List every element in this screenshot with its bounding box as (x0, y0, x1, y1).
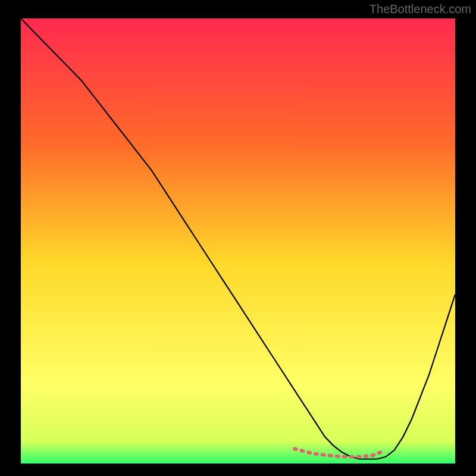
plot-area (21, 18, 455, 464)
gradient-background (21, 18, 455, 464)
chart-container: TheBottleneck.com (0, 0, 476, 476)
chart-svg (21, 18, 455, 464)
attribution-label: TheBottleneck.com (369, 2, 471, 16)
